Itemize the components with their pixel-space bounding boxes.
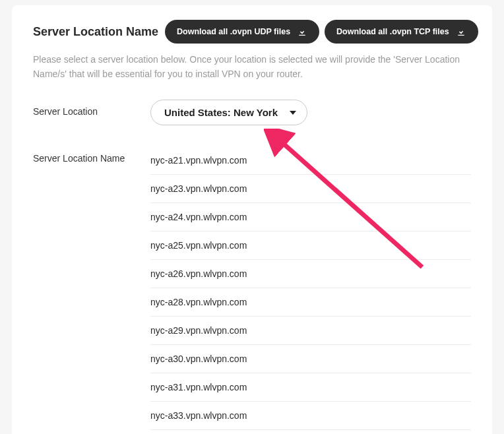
list-item: nyc-a21.vpn.wlvpn.com <box>150 146 471 175</box>
server-location-name-row: Server Location Name nyc-a21.vpn.wlvpn.c… <box>33 146 471 430</box>
server-list-content: nyc-a21.vpn.wlvpn.com nyc-a23.vpn.wlvpn.… <box>150 146 471 430</box>
server-location-content: United States: New York <box>150 100 471 125</box>
list-item: nyc-a33.vpn.wlvpn.com <box>150 402 471 430</box>
chevron-down-icon <box>290 111 296 115</box>
page-title: Server Location Name <box>33 25 158 39</box>
server-location-card: Server Location Name Download all .ovpn … <box>12 5 492 434</box>
list-item: nyc-a31.vpn.wlvpn.com <box>150 373 471 402</box>
download-button-group: Download all .ovpn UDP files Download al… <box>165 20 478 44</box>
server-location-select[interactable]: United States: New York <box>150 100 307 125</box>
server-location-name-label: Server Location Name <box>33 146 150 164</box>
download-udp-label: Download all .ovpn UDP files <box>177 27 290 36</box>
description-text: Please select a server location below. O… <box>33 53 471 81</box>
download-tcp-button[interactable]: Download all .ovpn TCP files <box>325 20 478 44</box>
download-tcp-label: Download all .ovpn TCP files <box>336 27 449 36</box>
download-icon <box>297 26 307 37</box>
list-item: nyc-a29.vpn.wlvpn.com <box>150 317 471 345</box>
server-location-label: Server Location <box>33 100 150 117</box>
list-item: nyc-a30.vpn.wlvpn.com <box>150 345 471 373</box>
list-item: nyc-a23.vpn.wlvpn.com <box>150 175 471 203</box>
list-item: nyc-a26.vpn.wlvpn.com <box>150 260 471 288</box>
list-item: nyc-a28.vpn.wlvpn.com <box>150 288 471 317</box>
download-icon <box>456 26 466 37</box>
server-list: nyc-a21.vpn.wlvpn.com nyc-a23.vpn.wlvpn.… <box>150 146 471 430</box>
list-item: nyc-a25.vpn.wlvpn.com <box>150 232 471 260</box>
server-location-row: Server Location United States: New York <box>33 100 471 125</box>
download-udp-button[interactable]: Download all .ovpn UDP files <box>165 20 319 44</box>
list-item: nyc-a24.vpn.wlvpn.com <box>150 203 471 232</box>
header-row: Server Location Name Download all .ovpn … <box>33 20 471 44</box>
server-location-value: United States: New York <box>164 107 278 118</box>
